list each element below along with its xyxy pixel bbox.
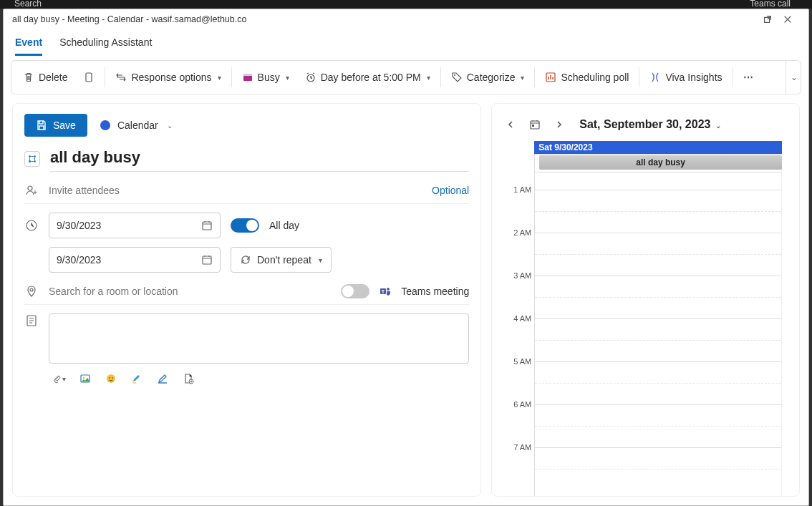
description-icon (24, 313, 39, 328)
teams-icon: T (380, 286, 391, 297)
delete-button[interactable]: Delete (16, 64, 74, 90)
side-date-label: Sat, September 30, 2023 (579, 118, 710, 130)
hour-label: 4 AM (513, 314, 531, 323)
popout-button[interactable] (763, 14, 783, 24)
file-plus-icon (183, 373, 194, 384)
svg-point-7 (34, 155, 36, 157)
more-icon: ⋯ (743, 72, 755, 83)
svg-point-24 (112, 377, 113, 379)
calendar-picker-label: Calendar (117, 120, 158, 131)
allday-event-chip[interactable]: all day busy (539, 155, 782, 170)
categorize-button[interactable]: Categorize ▾ (444, 64, 532, 90)
tag-icon (451, 72, 463, 83)
chevron-down-icon: ⌄ (791, 72, 798, 82)
scheduling-poll-label: Scheduling poll (561, 72, 629, 83)
next-day-button[interactable] (551, 116, 568, 133)
event-title-input[interactable] (50, 145, 469, 172)
hour-label: 7 AM (513, 443, 531, 452)
chevron-down-icon: ▾ (218, 74, 221, 82)
repeat-button[interactable]: Don't repeat ▾ (231, 247, 332, 273)
poll-icon (545, 72, 556, 83)
calendar-icon (201, 254, 213, 266)
close-icon (783, 14, 793, 24)
insert-file-button[interactable] (182, 372, 195, 385)
svg-rect-0 (86, 73, 92, 82)
day-grid[interactable]: Sat 9/30/2023 all day busy 1 AM2 AM3 AM4… (502, 141, 789, 496)
optional-attendees-link[interactable]: Optional (432, 185, 469, 196)
alarm-icon (305, 72, 316, 83)
hour-label: 2 AM (513, 228, 531, 237)
svg-rect-25 (132, 382, 136, 384)
svg-rect-13 (203, 222, 211, 230)
attach-button[interactable]: ▾ (53, 372, 66, 385)
response-options-label: Response options (131, 72, 211, 83)
today-button[interactable] (526, 116, 543, 133)
backdrop-teams-call: Teams call (750, 0, 812, 7)
window-title: all day busy - Meeting - Calendar - wasi… (9, 14, 763, 24)
pen-icon (157, 373, 168, 384)
busy-status-button[interactable]: Busy ▾ (235, 64, 296, 90)
scheduling-poll-button[interactable]: Scheduling poll (538, 64, 636, 90)
svg-rect-14 (203, 256, 211, 264)
teams-meeting-toggle[interactable] (341, 284, 369, 298)
svg-point-9 (34, 160, 36, 162)
busy-icon (242, 72, 253, 83)
chevron-down-icon: ▾ (319, 256, 322, 264)
description-editor[interactable] (49, 313, 469, 364)
event-form-panel: Save Calendar ⌄ Optional (12, 103, 481, 497)
emoji-grid-icon (27, 154, 37, 164)
side-date-picker[interactable]: Sat, September 30, 2023 ⌄ (579, 118, 721, 131)
people-icon (24, 183, 39, 198)
all-day-toggle[interactable] (231, 218, 259, 233)
insert-emoji-button[interactable] (105, 372, 117, 385)
paperclip-icon (53, 373, 61, 384)
save-button[interactable]: Save (24, 114, 87, 137)
reminder-button[interactable]: Day before at 5:00 PM ▾ (298, 64, 438, 90)
title-emoji-picker[interactable] (24, 151, 40, 167)
copy-button[interactable] (76, 64, 102, 90)
hour-label: 1 AM (513, 185, 531, 194)
trash-icon (23, 72, 34, 83)
image-icon (79, 373, 91, 384)
repeat-icon (240, 254, 251, 266)
day-column-header: Sat 9/30/2023 (534, 141, 782, 154)
svg-text:T: T (382, 289, 385, 294)
chevron-right-icon (555, 120, 564, 129)
svg-point-23 (109, 377, 110, 379)
popout-icon (763, 14, 773, 24)
tab-scheduling-assistant[interactable]: Scheduling Assistant (59, 29, 152, 56)
teams-meeting-label: Teams meeting (401, 286, 469, 297)
svg-point-18 (387, 288, 390, 291)
toolbar-overflow-button[interactable]: ⌄ (786, 60, 801, 94)
highlight-button[interactable] (130, 372, 143, 385)
viva-insights-button[interactable]: Viva Insights (642, 64, 729, 90)
close-button[interactable] (783, 14, 803, 24)
more-button[interactable]: ⋯ (736, 64, 762, 90)
clock-icon (24, 218, 39, 233)
chevron-down-icon: ▾ (427, 74, 430, 82)
chevron-down-icon: ⌄ (167, 122, 173, 130)
start-date-field[interactable]: 9/30/2023 (49, 213, 221, 238)
end-date-value: 9/30/2023 (57, 254, 101, 266)
titlebar: all day busy - Meeting - Calendar - wasi… (4, 9, 808, 29)
viva-insights-label: Viva Insights (665, 72, 722, 83)
response-options-button[interactable]: Response options ▾ (108, 64, 228, 90)
svg-point-4 (454, 74, 455, 76)
svg-point-11 (34, 192, 36, 193)
prev-day-button[interactable] (502, 116, 519, 133)
hour-label: 6 AM (513, 400, 531, 409)
end-date-field[interactable]: 9/30/2023 (49, 247, 221, 273)
chevron-down-icon: ▾ (286, 74, 289, 82)
pen-button[interactable] (156, 372, 169, 385)
delete-label: Delete (39, 72, 67, 83)
busy-label: Busy (258, 72, 280, 83)
calendar-picker[interactable]: Calendar ⌄ (100, 120, 173, 131)
insert-image-button[interactable] (79, 372, 92, 385)
location-input[interactable] (49, 281, 331, 301)
attendees-input[interactable] (49, 180, 422, 200)
highlighter-icon (131, 373, 142, 384)
tab-event[interactable]: Event (15, 29, 42, 56)
svg-point-6 (29, 155, 31, 157)
chevron-down-icon: ⌄ (715, 122, 721, 130)
reminder-label: Day before at 5:00 PM (321, 72, 421, 83)
